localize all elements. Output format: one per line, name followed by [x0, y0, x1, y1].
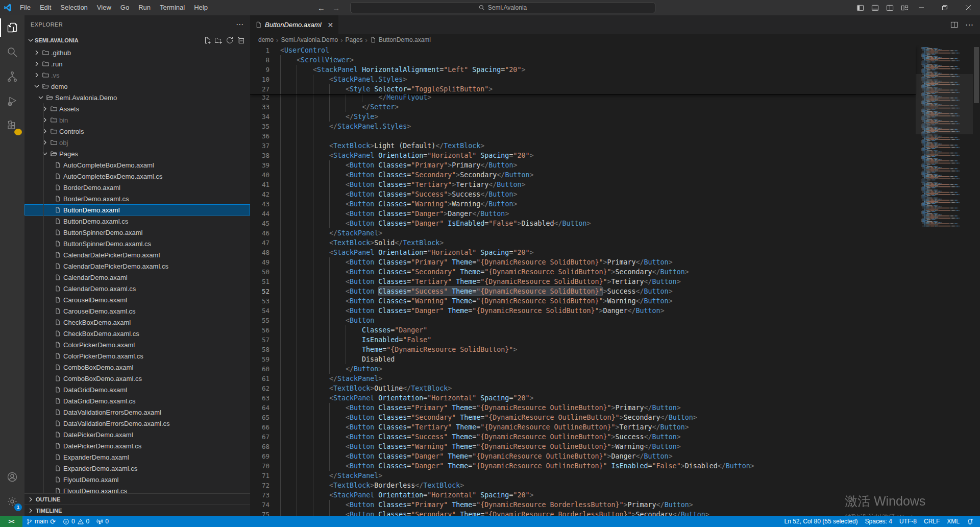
tree-item-pages[interactable]: Pages — [24, 148, 250, 159]
toggle-panel-icon[interactable] — [871, 4, 879, 12]
tree-item-buttondemo-axaml[interactable]: ButtonDemo.axaml — [24, 204, 250, 215]
tree-item-datavalidationerrorsdemo-axaml-cs[interactable]: DataValidationErrorsDemo.axaml.cs — [24, 418, 250, 429]
code-line-40[interactable]: 40 <Button Classes="Secondary">Secondary… — [250, 170, 916, 180]
code-line-59[interactable]: 59 Disabled — [250, 354, 916, 364]
refresh-icon[interactable] — [226, 36, 234, 44]
code-line-70[interactable]: 70 <Button Classes="Danger" Theme="{Dyna… — [250, 461, 916, 471]
code-line-55[interactable]: 55 <Button — [250, 316, 916, 325]
new-file-icon[interactable] — [203, 36, 211, 44]
command-center-search[interactable]: Semi.Avalonia — [350, 2, 655, 13]
code-line-45[interactable]: 45 <Button Classes="Danger" IsEnabled="F… — [250, 219, 916, 228]
code-line-69[interactable]: 69 <Button Classes="Danger" Theme="{Dyna… — [250, 451, 916, 461]
tree-item-autocompleteboxdemo-axaml[interactable]: AutoCompleteBoxDemo.axaml — [24, 159, 250, 171]
code-line-8[interactable]: 8 <ScrollViewer> — [250, 55, 916, 65]
source-control-icon[interactable] — [0, 64, 24, 89]
tree-item-checkboxdemo-axaml[interactable]: CheckBoxDemo.axaml — [24, 317, 250, 328]
menu-item-help[interactable]: Help — [189, 0, 212, 15]
code-line-72[interactable]: 72 <TextBlock>Borderless</TextBlock> — [250, 481, 916, 490]
code-line-53[interactable]: 53 <Button Classes="Warning" Theme="{Dyn… — [250, 296, 916, 306]
tree-item-checkboxdemo-axaml-cs[interactable]: CheckBoxDemo.axaml.cs — [24, 328, 250, 339]
tree-item-borderdemo-axaml-cs[interactable]: BorderDemo.axaml.cs — [24, 193, 250, 204]
code-line-67[interactable]: 67 <Button Classes="Success" Theme="{Dyn… — [250, 432, 916, 442]
tree-item-datavalidationerrorsdemo-axaml[interactable]: DataValidationErrorsDemo.axaml — [24, 406, 250, 418]
breadcrumb-item-semi-avalonia-demo[interactable]: Semi.Avalonia.Demo — [281, 36, 338, 43]
tree-item-buttonspinnerdemo-axaml[interactable]: ButtonSpinnerDemo.axaml — [24, 227, 250, 238]
tree-item-comboboxdemo-axaml[interactable]: ComboBoxDemo.axaml — [24, 362, 250, 373]
git-branch-item[interactable]: main ⟳ — [22, 516, 59, 527]
indentation[interactable]: Spaces: 4 — [862, 516, 896, 527]
cursor-position[interactable]: Ln 52, Col 80 (55 selected) — [781, 516, 862, 527]
tree-item-datagriddemo-axaml-cs[interactable]: DataGridDemo.axaml.cs — [24, 395, 250, 406]
encoding[interactable]: UTF-8 — [896, 516, 920, 527]
code-line-47[interactable]: 47 <TextBlock>Solid</TextBlock> — [250, 238, 916, 248]
tree-item-datepickerdemo-axaml[interactable]: DatePickerDemo.axaml — [24, 429, 250, 440]
tree-item-demo[interactable]: demo — [24, 81, 250, 92]
code-line-74[interactable]: 74 <Button Classes="Primary" Theme="{Dyn… — [250, 500, 916, 510]
code-line-1[interactable]: 1<UserControl — [250, 45, 916, 55]
breadcrumb-item-buttondemo-axaml[interactable]: ButtonDemo.axaml — [379, 36, 431, 43]
code-line-42[interactable]: 42 <Button Classes="Success">Success</Bu… — [250, 189, 916, 199]
code-line-35[interactable]: 35 </StackPanel.Styles> — [250, 122, 916, 131]
editor-body[interactable]: 32 </MenuFlyout>33 </Setter>34 </Style>3… — [250, 45, 980, 516]
tree-item-buttondemo-axaml-cs[interactable]: ButtonDemo.axaml.cs — [24, 215, 250, 227]
ports-item[interactable]: 0 — [93, 516, 112, 527]
code-line-51[interactable]: 51 <Button Classes="Tertiary" Theme="{Dy… — [250, 277, 916, 286]
code-line-27[interactable]: 27 <Style Selector="ToggleSplitButton"> — [250, 84, 916, 94]
code-area[interactable]: 32 </MenuFlyout>33 </Setter>34 </Style>3… — [250, 45, 980, 516]
sticky-scroll[interactable]: 1<UserControl8 <ScrollViewer>9 <StackPan… — [250, 45, 916, 94]
menu-item-file[interactable]: File — [15, 0, 35, 15]
customize-layout-icon[interactable] — [901, 4, 909, 12]
tree-item-calendardatepickerdemo-axaml-cs[interactable]: CalendarDatePickerDemo.axaml.cs — [24, 260, 250, 272]
split-editor-right-icon[interactable] — [950, 21, 958, 29]
tree-item-datepickerdemo-axaml-cs[interactable]: DatePickerDemo.axaml.cs — [24, 440, 250, 451]
problems-item[interactable]: 0 0 — [59, 516, 93, 527]
timeline-section[interactable]: TIMELINE — [24, 505, 250, 516]
code-line-62[interactable]: 62 <TextBlock>Outline</TextBlock> — [250, 384, 916, 393]
code-line-36[interactable]: 36 — [250, 131, 916, 141]
menu-item-view[interactable]: View — [92, 0, 116, 15]
split-editor-icon[interactable] — [886, 4, 894, 12]
toggle-sidebar-icon[interactable] — [856, 4, 864, 12]
code-line-48[interactable]: 48 <StackPanel Orientation="Horizontal" … — [250, 248, 916, 257]
tree-item--github[interactable]: .github — [24, 47, 250, 58]
code-line-60[interactable]: 60 </Button> — [250, 364, 916, 374]
explorer-icon[interactable] — [0, 15, 24, 40]
tree-item-flyoutdemo-axaml[interactable]: FlyoutDemo.axaml — [24, 474, 250, 485]
close-button[interactable] — [957, 0, 980, 15]
code-line-73[interactable]: 73 <StackPanel Orientation="Horizontal" … — [250, 490, 916, 500]
code-line-46[interactable]: 46 </StackPanel> — [250, 228, 916, 238]
notifications-bell-icon[interactable] — [963, 516, 977, 527]
code-line-41[interactable]: 41 <Button Classes="Tertiary">Tertiary</… — [250, 180, 916, 189]
menu-item-selection[interactable]: Selection — [56, 0, 92, 15]
code-line-58[interactable]: 58 Theme="{DynamicResource SolidButton}"… — [250, 345, 916, 354]
code-line-50[interactable]: 50 <Button Classes="Secondary" Theme="{D… — [250, 267, 916, 277]
tree-item-semi-avalonia-demo[interactable]: Semi.Avalonia.Demo — [24, 92, 250, 103]
code-line-56[interactable]: 56 Classes="Danger" — [250, 325, 916, 335]
code-line-63[interactable]: 63 <StackPanel Orientation="Horizontal" … — [250, 393, 916, 403]
code-line-43[interactable]: 43 <Button Classes="Warning">Warning</Bu… — [250, 199, 916, 209]
sync-icon[interactable]: ⟳ — [50, 518, 56, 525]
menu-item-run[interactable]: Run — [134, 0, 155, 15]
breadcrumb-item-demo[interactable]: demo — [258, 36, 274, 43]
breadcrumb-item-pages[interactable]: Pages — [346, 36, 363, 43]
code-line-44[interactable]: 44 <Button Classes="Danger">Danger</Butt… — [250, 209, 916, 219]
code-line-38[interactable]: 38 <StackPanel Orientation="Horizontal" … — [250, 151, 916, 160]
tree-item-expanderdemo-axaml-cs[interactable]: ExpanderDemo.axaml.cs — [24, 463, 250, 474]
tree-item-buttonspinnerdemo-axaml-cs[interactable]: ButtonSpinnerDemo.axaml.cs — [24, 238, 250, 249]
code-line-9[interactable]: 9 <StackPanel HorizontalAlignment="Left"… — [250, 65, 916, 75]
tab-buttondemo[interactable]: ButtonDemo.axaml ✕ — [250, 15, 338, 34]
code-line-64[interactable]: 64 <Button Classes="Primary" Theme="{Dyn… — [250, 403, 916, 413]
tree-item-comboboxdemo-axaml-cs[interactable]: ComboBoxDemo.axaml.cs — [24, 373, 250, 384]
code-line-33[interactable]: 33 </Setter> — [250, 102, 916, 112]
tab-close-icon[interactable]: ✕ — [328, 21, 334, 29]
tree-item-carouseldemo-axaml-cs[interactable]: CarouselDemo.axaml.cs — [24, 305, 250, 317]
code-line-34[interactable]: 34 </Style> — [250, 112, 916, 122]
tree-item-colorpickerdemo-axaml-cs[interactable]: ColorPickerDemo.axaml.cs — [24, 350, 250, 362]
remote-indicator[interactable]: >< — [0, 516, 22, 527]
back-arrow-icon[interactable]: ← — [317, 4, 325, 12]
tree-item-expanderdemo-axaml[interactable]: ExpanderDemo.axaml — [24, 451, 250, 463]
outline-section[interactable]: OUTLINE — [24, 493, 250, 505]
explorer-more-actions-icon[interactable]: ⋯ — [236, 20, 244, 29]
code-line-39[interactable]: 39 <Button Classes="Primary">Primary</Bu… — [250, 160, 916, 170]
code-line-75[interactable]: 75 <Button Classes="Secondary" Theme="{D… — [250, 510, 916, 516]
